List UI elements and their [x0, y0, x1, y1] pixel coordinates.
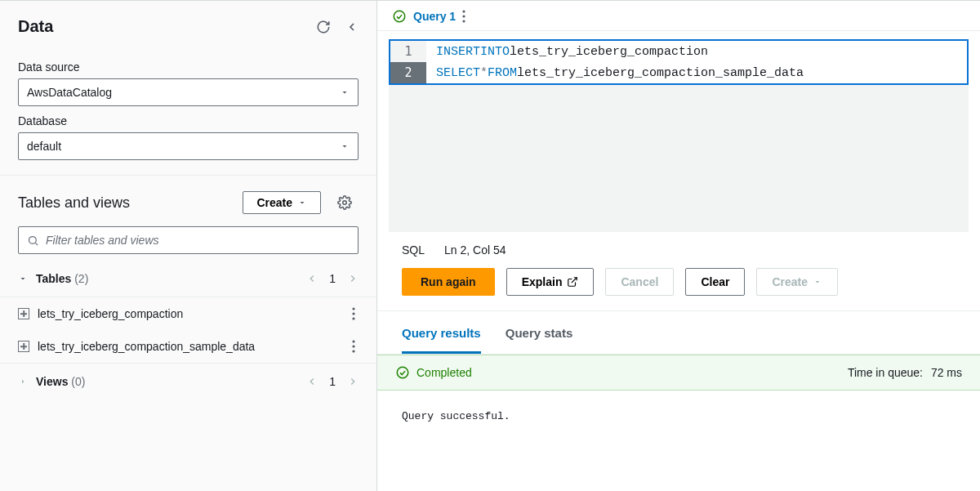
sql-editor[interactable]: 1 INSERT INTO lets_try_iceberg_compactio… — [389, 39, 969, 85]
data-source-select[interactable]: AwsDataCatalog — [18, 78, 359, 106]
result-body: Query successful. — [377, 391, 980, 442]
tab-query-stats[interactable]: Query stats — [506, 326, 573, 354]
tab-query-results[interactable]: Query results — [402, 326, 481, 354]
gear-icon[interactable] — [331, 189, 359, 216]
query-tab[interactable]: Query 1 — [413, 10, 456, 23]
cursor-position: Ln 2, Col 54 — [444, 243, 506, 257]
svg-point-11 — [463, 15, 466, 17]
check-circle-icon — [392, 9, 407, 24]
svg-point-10 — [463, 10, 466, 12]
caret-down-icon — [18, 274, 28, 283]
svg-point-5 — [352, 317, 354, 319]
code-line: INSERT INTO lets_try_iceberg_compaction — [426, 41, 708, 62]
svg-point-4 — [352, 312, 354, 315]
tables-group-toggle[interactable]: Tables (2) — [18, 272, 88, 285]
table-row[interactable]: lets_try_iceberg_compaction_sample_data — [0, 330, 376, 363]
table-name: lets_try_iceberg_compaction — [38, 307, 183, 320]
table-row-menu-icon[interactable] — [349, 307, 359, 320]
data-source-value: AwsDataCatalog — [27, 86, 112, 99]
svg-point-12 — [463, 20, 466, 22]
editor-panel: Query 1 1 INSERT INTO lets_try_iceberg_c… — [377, 0, 980, 491]
svg-point-14 — [397, 367, 408, 378]
editor-language: SQL — [402, 243, 425, 257]
svg-point-7 — [352, 345, 354, 347]
caret-down-icon — [340, 87, 350, 97]
refresh-icon[interactable] — [316, 20, 331, 34]
table-row[interactable]: lets_try_iceberg_compaction — [0, 297, 376, 330]
collapse-sidebar-icon[interactable] — [345, 20, 359, 33]
svg-line-2 — [35, 243, 38, 245]
filter-tables-input[interactable] — [46, 234, 350, 247]
database-value: default — [27, 140, 61, 153]
check-circle-icon — [395, 365, 410, 380]
table-name: lets_try_iceberg_compaction_sample_data — [38, 340, 255, 353]
status-text: Completed — [416, 366, 472, 379]
expand-icon[interactable] — [18, 341, 29, 352]
external-link-icon — [567, 276, 578, 288]
editor-blank[interactable] — [389, 85, 969, 232]
cancel-button[interactable]: Cancel — [605, 268, 674, 296]
database-select[interactable]: default — [18, 132, 359, 160]
table-row-menu-icon[interactable] — [349, 340, 359, 353]
views-pager: 1 — [306, 375, 359, 388]
gutter-line-number: 2 — [390, 62, 426, 83]
explain-button[interactable]: Explain — [506, 268, 595, 296]
svg-point-3 — [352, 307, 354, 310]
svg-point-1 — [29, 236, 37, 243]
tab-menu-icon[interactable] — [462, 10, 466, 23]
svg-point-0 — [343, 201, 347, 205]
search-icon — [27, 234, 39, 247]
sidebar: Data Data source AwsDataCatalog Database — [0, 0, 377, 491]
tables-pager: 1 — [306, 272, 359, 285]
sidebar-title: Data — [18, 17, 53, 36]
database-label: Database — [18, 114, 359, 127]
data-source-label: Data source — [18, 60, 359, 74]
caret-right-icon — [18, 377, 28, 386]
svg-point-6 — [352, 340, 354, 342]
code-line: SELECT * FROM lets_try_iceberg_compactio… — [426, 62, 804, 83]
run-again-button[interactable]: Run again — [402, 268, 495, 296]
svg-line-13 — [572, 278, 577, 283]
tables-views-title: Tables and views — [18, 194, 130, 212]
create-table-button[interactable]: Create — [243, 191, 321, 214]
time-in-queue-label: Time in queue: — [848, 366, 923, 379]
result-status-banner: Completed Time in queue: 72 ms — [377, 355, 980, 391]
next-page-icon[interactable] — [347, 376, 359, 387]
prev-page-icon[interactable] — [306, 376, 318, 387]
prev-page-icon[interactable] — [306, 273, 318, 284]
gutter-line-number: 1 — [390, 41, 426, 62]
create-button[interactable]: Create — [756, 268, 838, 296]
clear-button[interactable]: Clear — [685, 268, 745, 296]
caret-down-icon — [297, 198, 307, 208]
time-in-queue-value: 72 ms — [931, 366, 962, 379]
svg-point-8 — [352, 350, 354, 352]
svg-point-9 — [394, 11, 405, 22]
caret-down-icon — [340, 141, 350, 151]
next-page-icon[interactable] — [347, 273, 359, 284]
views-group-toggle[interactable]: Views (0) — [18, 375, 85, 388]
filter-tables-input-wrap[interactable] — [18, 226, 359, 254]
expand-icon[interactable] — [18, 308, 29, 319]
caret-down-icon — [813, 277, 822, 287]
